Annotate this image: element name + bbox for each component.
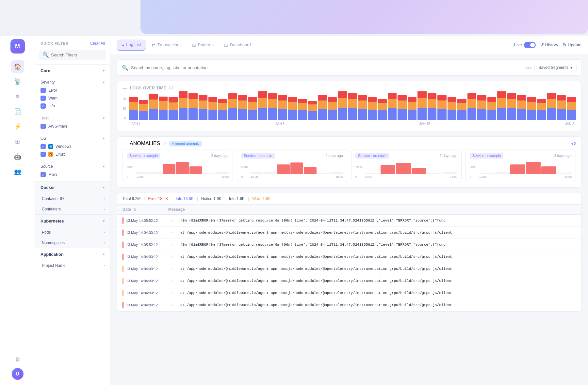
nav-bot[interactable]: 🤖 [11, 150, 24, 163]
core-section-header[interactable]: Core ▾ [35, 65, 110, 77]
namespaces-item[interactable]: Namespaces › [35, 238, 110, 248]
bar-red [208, 97, 217, 102]
source-header[interactable]: Source ▾ [41, 162, 105, 171]
kubernetes-section: Kubernetes ▾ Pods › Namespaces › [35, 215, 110, 248]
host-header[interactable]: Host ▾ [41, 114, 105, 122]
kubernetes-section-header[interactable]: Kubernetes ▾ [35, 215, 110, 227]
error-stat: Error 18.6K [148, 196, 168, 201]
tab-dashboard[interactable]: ⊡ Dashboard [220, 40, 255, 50]
filter-search-input[interactable] [51, 53, 103, 57]
table-row[interactable]: 13 May 14:05:52:12+[0m [91mERROR[0m [37m… [117, 239, 581, 251]
separator: | [225, 196, 226, 201]
severity-info-item[interactable]: ✓ Info [41, 102, 105, 110]
nav-alerts[interactable]: ⚡ [11, 120, 24, 133]
os-linux-item[interactable]: ✓ 🐧 Linux [41, 150, 105, 158]
table-row[interactable]: 13 May 14:04:00:12+at /app/node_modules/… [117, 299, 581, 311]
linux-checkbox[interactable]: ✓ [41, 152, 46, 157]
anomaly-service-tag: Service : example [241, 153, 275, 159]
log-expand-button[interactable]: + [171, 255, 178, 259]
saved-segments-button[interactable]: Saved Segments ▾ [534, 63, 577, 72]
host-aws-item[interactable]: ✓ AWS-main [41, 122, 105, 130]
bar-orange [268, 99, 277, 108]
application-section-header[interactable]: Application ▾ [35, 248, 110, 260]
table-row[interactable]: 13 May 14:05:52:12+[0m [91mERROR[0m [37m… [117, 215, 581, 227]
log-date: 13 May 14:04:00:12 [126, 279, 169, 283]
nav-users[interactable]: 👥 [11, 165, 24, 178]
tab-transactions[interactable]: ⇄ Transactions [147, 40, 186, 50]
severity-error-item[interactable]: ✓ Error [41, 86, 105, 94]
docker-section-header[interactable]: Docker ▾ [35, 181, 110, 193]
table-row[interactable]: 13 May 14:04:00:12+at /app/node_modules/… [117, 251, 581, 263]
table-row[interactable]: 13 May 14:04:00:12+at /app/node_modules/… [117, 263, 581, 275]
main-search-bar[interactable]: 🔍 </> Saved Segments ▾ [117, 59, 581, 76]
log-expand-button[interactable]: + [171, 303, 178, 307]
pods-item[interactable]: Pods › [35, 227, 110, 238]
filter-search-box[interactable]: 🔍 [39, 50, 106, 60]
log-expand-button[interactable]: + [171, 243, 178, 247]
nav-files[interactable]: 📄 [11, 105, 24, 118]
table-row[interactable]: 13 May 14:04:00:12+at /app/node_modules/… [117, 275, 581, 287]
quick-filter-label: QUICK FILTER [41, 41, 69, 45]
icon-sidebar: M 🏠 📡 ≡ 📄 ⚡ ⊞ 🤖 👥 ⚙ U [0, 36, 35, 385]
windows-checkbox[interactable]: ✓ [41, 144, 46, 149]
tab-log-list[interactable]: ≡ Log List [117, 39, 146, 51]
host-title: Host [41, 116, 49, 120]
main-checkbox[interactable]: ✓ [41, 172, 46, 177]
nav-home[interactable]: 🏠 [11, 60, 24, 73]
severity-header[interactable]: Severity ▾ [41, 78, 105, 86]
bar-blue [328, 110, 337, 120]
log-expand-button[interactable]: + [171, 231, 178, 235]
main-content: ≡ Log List ⇄ Transactions ⊞ Patterns ⊡ D… [110, 36, 588, 385]
chevron-right-icon: › [104, 240, 105, 245]
severity-warn-item[interactable]: ✓ Warn [41, 94, 105, 102]
bar-red [398, 95, 406, 100]
log-expand-button[interactable]: + [171, 279, 178, 283]
aws-checkbox[interactable]: ✓ [41, 124, 46, 129]
history-button[interactable]: ↺ History [540, 42, 558, 47]
log-expand-button[interactable]: + [171, 291, 178, 295]
error-checkbox[interactable]: ✓ [41, 88, 46, 93]
os-windows-item[interactable]: ✓ ⊞ Windows [41, 143, 105, 150]
update-button[interactable]: ↻ Update [563, 42, 581, 47]
chevron-right-icon: › [104, 230, 105, 235]
bar-blue [398, 109, 406, 120]
log-message: at /app/node_modules/@middleware.io/agen… [180, 231, 576, 235]
project-name-item[interactable]: Project Name › [35, 260, 110, 271]
bar-group [557, 95, 566, 120]
containers-item[interactable]: Containers › [35, 204, 110, 214]
nav-traces[interactable]: 📡 [11, 75, 24, 88]
os-header[interactable]: OS ▾ [41, 134, 105, 143]
container-id-item[interactable]: Container ID › [35, 193, 110, 204]
chart-x-1200: 12:00 [479, 175, 487, 178]
bar-group [547, 93, 556, 120]
bar-group [408, 97, 416, 120]
bar-blue [388, 108, 397, 120]
anomalies-collapse-button[interactable]: — [122, 141, 127, 146]
warn-checkbox[interactable]: ✓ [41, 96, 46, 101]
source-main-item[interactable]: ✓ Main [41, 171, 105, 178]
table-row[interactable]: 13 May 14:04:00:12+at /app/node_modules/… [117, 287, 581, 299]
clear-all-button[interactable]: Clear All [90, 41, 105, 46]
os-chevron-icon: ▾ [103, 136, 105, 141]
log-expand-button[interactable]: + [171, 219, 178, 223]
main-search-input[interactable] [131, 65, 523, 70]
nav-dashboards[interactable]: ⊞ [11, 135, 24, 148]
bar-group [228, 93, 237, 120]
info-icon[interactable]: ⓘ [169, 85, 173, 91]
separator: | [172, 196, 172, 201]
live-toggle[interactable] [524, 42, 536, 48]
bar-blue [557, 109, 566, 120]
log-date: 13 May 14:04:00:12 [126, 267, 169, 271]
tab-patterns[interactable]: ⊞ Patterns [188, 40, 218, 50]
user-avatar[interactable]: U [12, 368, 24, 380]
collapse-button[interactable]: — [122, 85, 127, 91]
log-date: 13 May 14:05:52:12 [126, 243, 169, 247]
bar-blue [448, 110, 456, 120]
log-expand-button[interactable]: + [171, 267, 178, 271]
nav-logs[interactable]: ≡ [11, 90, 24, 103]
table-row[interactable]: 13 May 14:04:00:12+at /app/node_modules/… [117, 227, 581, 239]
info-checkbox[interactable]: ✓ [41, 103, 46, 109]
anomalies-info-icon[interactable]: ⓘ [163, 141, 167, 146]
nav-settings[interactable]: ⚙ [11, 353, 24, 366]
log-rows-container: 13 May 14:05:52:12+[0m [91mERROR[0m [37m… [117, 215, 581, 311]
